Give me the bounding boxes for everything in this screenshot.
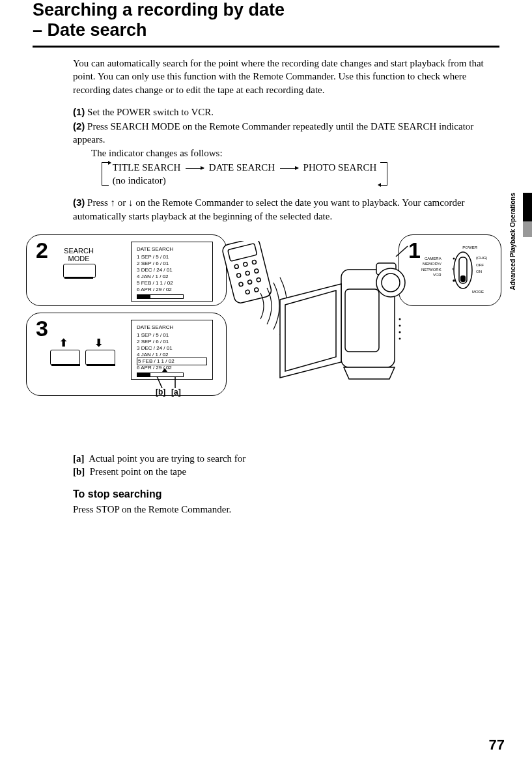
step-2-text: Press SEARCH MODE on the Remote Commande…	[73, 121, 473, 145]
power-right-labels: (CHG) OFF ON	[476, 255, 487, 275]
step-3-text-b: or	[115, 197, 128, 208]
camcorder-illustration	[215, 241, 423, 410]
up-arrow-icon: ⬆	[59, 337, 68, 349]
lcd-screen-2: DATE SEARCH 1 SEP / 5 / 01 2 SEP / 6 / 0…	[131, 242, 213, 302]
illustration: 2 SEARCH MODE DATE SEARCH 1 SEP / 5 / 01…	[20, 234, 501, 443]
svg-point-26	[399, 318, 401, 320]
mode-label: MODE	[472, 290, 484, 294]
svg-point-29	[399, 337, 401, 339]
svg-point-12	[252, 260, 257, 264]
note-a-label: [a]	[73, 453, 85, 464]
seq-photo-search: PHOTO SEARCH	[303, 162, 377, 173]
panel-step2: 2 SEARCH MODE DATE SEARCH 1 SEP / 5 / 01…	[26, 234, 227, 306]
loop-right-icon	[380, 162, 387, 186]
lcd2-row: 4 JAN / 1 / 02	[137, 274, 207, 280]
thumb-tab-gray	[523, 221, 532, 237]
down-arrow-icon: ⬇	[94, 337, 103, 349]
step-1: (1) Set the POWER switch to VCR.	[73, 105, 486, 119]
annot-a: [a]	[171, 387, 181, 397]
title-rule	[33, 46, 499, 48]
lcd2-row: 5 FEB / 1 1 / 02	[137, 280, 207, 287]
lcd2-row: 3 DEC / 24 / 01	[137, 267, 207, 274]
search-sequence: TITLE SEARCH DATE SEARCH PHOTO SEARCH (n…	[102, 161, 486, 188]
title-line1: Searching a recording by date	[33, 0, 285, 20]
svg-point-15	[254, 268, 259, 273]
lcd3-title: DATE SEARCH	[137, 324, 207, 331]
lcd2-row: 1 SEP / 5 / 01	[137, 254, 207, 260]
svg-point-13	[236, 273, 241, 277]
annot-lines	[149, 375, 188, 388]
lcd3-row: 2 SEP / 6 / 01	[137, 339, 207, 345]
up-arrow-icon	[111, 197, 116, 208]
seq-date-search: DATE SEARCH	[209, 162, 275, 173]
step-1-num: (1)	[73, 106, 85, 117]
svg-point-28	[399, 331, 401, 333]
loop-left-icon	[102, 162, 109, 186]
svg-rect-4	[460, 275, 466, 282]
arrow-icon	[280, 168, 298, 169]
power-switch-icon	[453, 251, 479, 294]
svg-line-0	[157, 376, 162, 388]
tape-marker-icon	[162, 368, 167, 372]
note-a-text: Actual point you are trying to search fo…	[89, 453, 245, 464]
svg-point-5	[453, 257, 455, 259]
thumb-tab-black	[523, 193, 532, 221]
title-line2: – Date search	[33, 20, 147, 40]
search-mode-button	[63, 264, 96, 278]
panel2-number: 2	[36, 238, 48, 263]
note-b-text: Present point on the tape	[90, 466, 186, 477]
next-date-button	[85, 350, 115, 365]
svg-line-30	[396, 246, 408, 257]
step-3-text-a: Press	[87, 197, 110, 208]
lcd3-row: 3 DEC / 24 / 01	[137, 345, 207, 352]
lcd2-row: 2 SEP / 6 / 01	[137, 260, 207, 267]
lcd-screen-3: DATE SEARCH 1 SEP / 5 / 01 2 SEP / 6 / 0…	[131, 320, 213, 380]
step-3: (3) Press or on the Remote Commander to …	[73, 196, 486, 223]
svg-point-7	[453, 279, 455, 282]
power-left-labels: CAMERA MEMORY/ NETWORK VCR	[421, 256, 441, 278]
button-shadow	[87, 364, 115, 366]
power-label: POWER	[462, 246, 477, 249]
step-2: (2) Press SEARCH MODE on the Remote Comm…	[73, 120, 486, 187]
note-b: [b] Present point on the tape	[73, 465, 486, 478]
svg-point-14	[245, 271, 250, 275]
page-number: 77	[489, 737, 505, 753]
intro-paragraph: You can automatically search for the poi…	[73, 57, 486, 96]
lcd2-title: DATE SEARCH	[137, 246, 207, 253]
tape-bar	[137, 294, 184, 299]
svg-point-27	[399, 324, 401, 326]
down-arrow-icon	[128, 197, 133, 208]
svg-point-24	[382, 274, 400, 292]
svg-point-17	[247, 279, 252, 284]
seq-title-search: TITLE SEARCH	[113, 162, 181, 173]
stop-text: Press STOP on the Remote Commander.	[73, 503, 486, 516]
panel-step3: 3 ⬆ ⬇ DATE SEARCH 1 SEP / 5 / 01 2 SEP /…	[26, 313, 227, 396]
step-1-text: Set the POWER switch to VCR.	[87, 107, 214, 117]
page-title: Searching a recording by date – Date sea…	[33, 0, 499, 40]
panel3-number: 3	[36, 316, 48, 341]
button-shadow	[51, 364, 80, 366]
search-mode-label: SEARCH MODE	[59, 247, 98, 262]
lcd2-row: 6 APR / 29 / 02	[137, 287, 207, 293]
step-2-num: (2)	[73, 120, 85, 132]
button-shadow	[64, 277, 93, 279]
seq-no-indicator: (no indicator)	[113, 175, 166, 186]
svg-point-20	[254, 287, 259, 292]
arrow-icon	[186, 168, 204, 169]
annot-b: [b]	[156, 387, 165, 397]
note-b-label: [b]	[73, 466, 85, 477]
note-a: [a] Actual point you are trying to searc…	[73, 452, 486, 465]
stop-heading: To stop searching	[73, 487, 486, 501]
section-label: Advanced Playback Operations	[509, 193, 516, 290]
svg-rect-25	[345, 289, 379, 352]
step-2-sub: The indicator changes as follows:	[91, 147, 486, 160]
svg-point-18	[257, 277, 261, 282]
step-3-num: (3)	[73, 197, 85, 208]
svg-point-11	[243, 262, 247, 266]
svg-point-10	[234, 264, 239, 269]
prev-date-button	[50, 350, 80, 365]
svg-point-19	[245, 290, 250, 294]
lcd3-row: 1 SEP / 5 / 01	[137, 332, 207, 339]
lcd3-row: 6 APR / 29 / 02	[137, 365, 207, 371]
svg-point-16	[238, 282, 243, 287]
